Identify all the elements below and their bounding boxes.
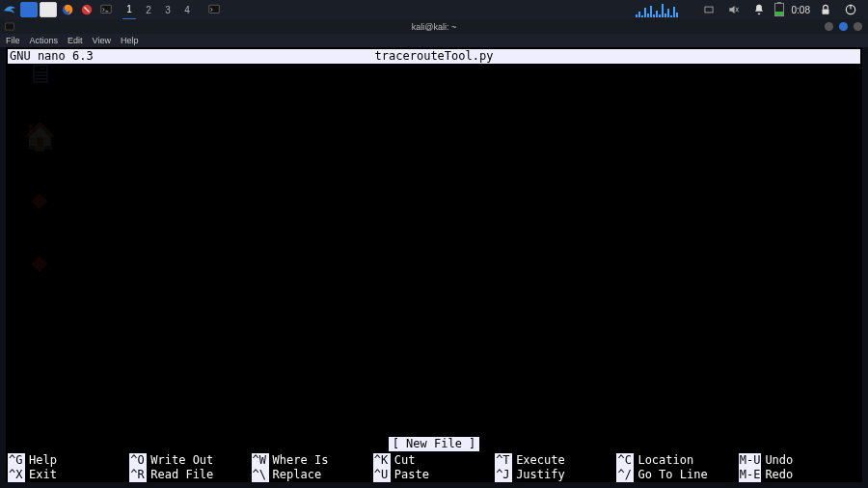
nano-shortcut-row-2: ^XExit^RRead File^\Replace^UPaste^JJusti… [8,468,860,482]
nano-status-text: [ New File ] [389,437,480,451]
nano-status-line: [ New File ] [6,437,862,451]
titlebar[interactable]: kali@kali: ~ [0,19,868,34]
menu-edit[interactable]: Edit [68,36,83,45]
svg-rect-4 [209,5,220,13]
workspace-4[interactable]: 4 [180,0,194,19]
nano-shortcut-row-1: ^GHelp^OWrite Out^WWhere Is^KCut^TExecut… [8,453,860,468]
taskbar-button[interactable] [20,2,38,17]
shortcut-key: ^X [8,468,25,482]
svg-rect-6 [823,9,829,14]
app-launcher[interactable] [0,0,19,19]
nano-shortcut: ^RRead File [129,468,251,482]
shortcut-label: Execute [516,453,565,468]
shortcut-label: Justify [516,468,565,482]
clock[interactable]: 0:08 [792,5,810,15]
lock-icon[interactable] [816,0,835,19]
shortcut-key: ^R [129,468,147,482]
kali-dragon-icon [2,2,17,17]
shortcut-label: Write Out [150,453,213,468]
nano-shortcut: ^XExit [8,468,129,482]
menu-actions[interactable]: Actions [30,36,59,45]
shortcut-label: Paste [394,468,429,482]
nano-shortcut: M-UUndo [739,453,860,468]
close-button[interactable] [854,22,862,31]
shortcut-key: ^G [8,453,25,468]
terminal-window: kali@kali: ~ File Actions Edit View Help… [0,19,868,488]
terminal-icon[interactable] [96,0,116,19]
shortcut-key: ^O [129,453,147,468]
shortcut-key: ^K [373,453,391,468]
shortcut-label: Location [637,453,693,468]
svg-rect-8 [850,5,851,10]
shortcut-key: ^C [616,453,634,468]
taskbar-button-files[interactable] [40,2,57,17]
menu-help[interactable]: Help [121,36,139,45]
maximize-button[interactable] [839,22,848,31]
shortcut-key: M-E [739,468,762,482]
notifications-icon[interactable] [749,0,769,19]
nano-shortcut-bar: ^GHelp^OWrite Out^WWhere Is^KCut^TExecut… [8,453,860,482]
nano-shortcut: ^/Go To Line [616,468,738,482]
terminal-viewport[interactable]: 🖥 🏠 ◆ ◆ GNU nano 6.3 tracerouteTool.py [… [6,47,862,482]
firefox-icon[interactable] [58,0,77,19]
volume-muted-icon[interactable] [724,0,744,19]
shortcut-label: Go To Line [637,468,707,482]
window-terminal-icon [4,21,15,33]
nano-shortcut: ^KCut [373,453,495,468]
nano-shortcut: ^CLocation [616,453,738,468]
nano-shortcut: ^TExecute [495,453,616,468]
nano-shortcut: ^\Replace [252,468,373,482]
shortcut-key: ^J [495,468,512,482]
workspace-3[interactable]: 3 [161,0,175,19]
power-icon[interactable] [841,0,860,19]
battery-icon[interactable] [774,3,784,16]
nano-shortcut: ^JJustify [495,468,616,482]
tray-box-icon[interactable] [699,0,719,19]
nano-shortcut: ^OWrite Out [129,453,251,468]
shortcut-key: ^T [495,453,512,468]
menu-view[interactable]: View [93,36,111,45]
svg-rect-3 [101,5,112,13]
nano-shortcut: ^GHelp [8,453,129,468]
desktop-panel: 1 2 3 4 0:08 [0,0,868,19]
shortcut-label: Undo [765,453,793,468]
shortcut-key: ^U [373,468,391,482]
shortcut-label: Exit [29,468,57,482]
shortcut-key: ^\ [252,468,269,482]
shortcut-key: ^/ [616,468,634,482]
minimize-button[interactable] [825,22,833,31]
svg-rect-9 [6,23,14,30]
shortcut-key: M-U [739,453,762,468]
shortcut-key: ^W [252,453,269,468]
system-monitor-graph[interactable] [636,2,693,17]
nano-header: GNU nano 6.3 tracerouteTool.py [8,49,860,64]
shortcut-label: Help [29,453,57,468]
nano-shortcut: ^WWhere Is [252,453,373,468]
nano-shortcut: M-ERedo [739,468,860,482]
active-window-terminal-icon[interactable] [204,0,224,19]
shortcut-label: Replace [273,468,322,482]
workspace-2[interactable]: 2 [142,0,155,19]
shortcut-label: Read File [150,468,213,482]
workspace-1[interactable]: 1 [122,0,136,19]
nano-shortcut: ^UPaste [373,468,495,482]
svg-rect-5 [704,7,712,13]
menubar: File Actions Edit View Help [0,34,868,47]
shortcut-label: Redo [765,468,793,482]
window-title: kali@kali: ~ [412,22,456,32]
noscript-icon[interactable] [77,0,96,19]
shortcut-label: Cut [394,453,416,468]
nano-editor-body[interactable] [8,64,860,436]
nano-file-name: tracerouteTool.py [375,49,494,64]
shortcut-label: Where Is [273,453,329,468]
menu-file[interactable]: File [6,36,20,45]
